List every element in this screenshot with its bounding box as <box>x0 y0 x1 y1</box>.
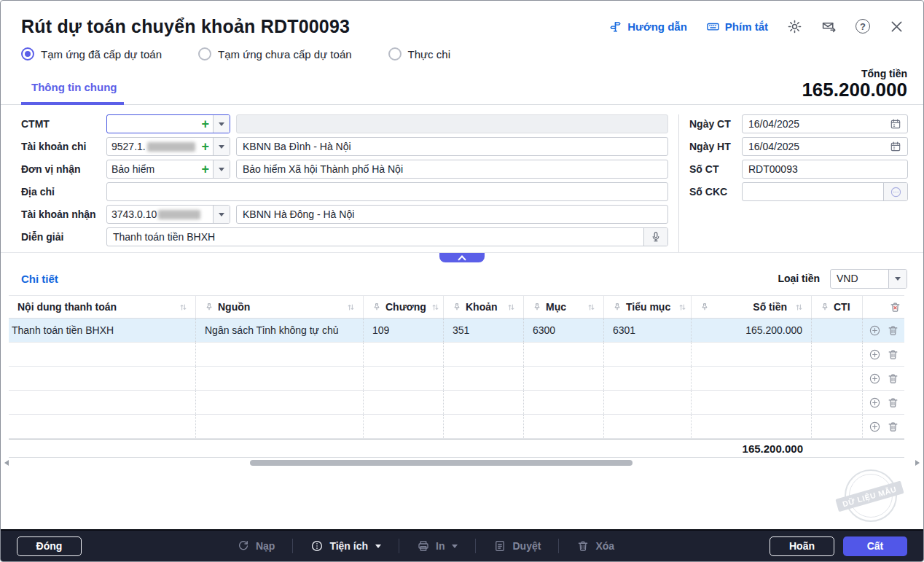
table-row-empty[interactable] <box>9 343 904 367</box>
cell-nguon[interactable] <box>196 391 364 414</box>
cell-nguon[interactable] <box>196 367 364 390</box>
pin-icon[interactable] <box>372 303 381 311</box>
ctmt-dropdown-button[interactable] <box>213 115 230 133</box>
collapse-form-button[interactable] <box>439 253 485 262</box>
tab-thong-tin-chung[interactable]: Thông tin chung <box>21 81 124 105</box>
horizontal-scrollbar[interactable] <box>2 458 922 468</box>
currency-dropdown-button[interactable] <box>888 270 907 288</box>
radio-tam-ung-chua-cap[interactable]: Tạm ứng chưa cấp dự toán <box>198 47 352 61</box>
settings-button[interactable] <box>787 19 802 34</box>
print-button[interactable]: In <box>417 539 458 553</box>
cell-so-tien[interactable] <box>692 367 812 390</box>
cell-noi-dung[interactable] <box>9 415 196 438</box>
cell-so-tien[interactable] <box>692 415 812 438</box>
add-row-button[interactable] <box>869 397 881 409</box>
dien-giai-field[interactable]: Thanh toán tiền BHXH <box>106 227 668 246</box>
cell-nguon[interactable]: Ngân sách Tỉnh không tự chủ <box>196 319 364 342</box>
tai-khoan-chi-desc-field[interactable]: KBNN Ba Đình - Hà Nội <box>236 137 668 156</box>
cell-ctmt[interactable] <box>812 319 863 342</box>
don-vi-nhan-combo[interactable]: Bảo hiểm + <box>106 160 230 179</box>
tai-khoan-chi-value[interactable]: 9527.1. <box>107 138 200 155</box>
cell-tieu-muc[interactable] <box>604 415 692 438</box>
pin-icon[interactable] <box>205 303 214 311</box>
col-header-noi-dung[interactable]: Nội dung thanh toán <box>9 296 196 318</box>
cell-noi-dung[interactable] <box>9 367 196 390</box>
delete-row-button[interactable] <box>887 324 899 337</box>
col-header-khoan[interactable]: Khoản <box>444 296 524 318</box>
tai-khoan-chi-dropdown-button[interactable] <box>213 138 230 155</box>
approve-button[interactable]: Duyệt <box>493 539 541 553</box>
guide-link[interactable]: Hướng dẫn <box>608 20 687 34</box>
cell-noi-dung[interactable] <box>9 343 196 366</box>
so-ct-field[interactable]: RDT00093 <box>742 160 908 179</box>
sort-icon[interactable] <box>678 303 687 312</box>
close-button[interactable] <box>889 19 904 34</box>
don-vi-nhan-desc-field[interactable]: Bảo hiểm Xã hội Thành phố Hà Nội <box>236 160 668 179</box>
ctmt-value[interactable] <box>107 115 200 133</box>
cell-chuong[interactable] <box>364 391 444 414</box>
cell-ctmt[interactable] <box>812 415 863 438</box>
col-header-so-tien[interactable]: Số tiền <box>692 296 812 318</box>
scroll-right-arrow[interactable] <box>915 460 920 466</box>
ngay-ct-field[interactable]: 16/04/2025 <box>742 114 908 133</box>
delete-row-button[interactable] <box>887 372 899 385</box>
cell-so-tien[interactable]: 165.200.000 <box>692 319 812 342</box>
cell-khoan[interactable]: 351 <box>444 319 524 342</box>
pin-icon[interactable] <box>533 303 541 311</box>
col-header-tieu-muc[interactable]: Tiểu mục <box>604 296 692 318</box>
pin-icon[interactable] <box>821 303 829 311</box>
delete-button[interactable]: Xóa <box>576 539 614 553</box>
tai-khoan-nhan-value[interactable]: 3743.0.10 <box>107 206 213 223</box>
delete-row-button[interactable] <box>887 397 899 409</box>
tai-khoan-nhan-combo[interactable]: 3743.0.10 <box>106 205 230 224</box>
save-button[interactable]: Cất <box>843 536 907 556</box>
cell-chuong[interactable]: 109 <box>364 319 444 342</box>
dia-chi-field[interactable] <box>106 182 668 201</box>
cell-khoan[interactable] <box>444 391 524 414</box>
sort-icon[interactable] <box>179 303 188 312</box>
delete-row-button[interactable] <box>887 348 899 361</box>
don-vi-nhan-dropdown-button[interactable] <box>213 160 230 178</box>
radio-tam-ung-da-cap[interactable]: Tạm ứng đã cấp dự toán <box>21 47 162 61</box>
scrollbar-thumb[interactable] <box>250 460 633 466</box>
cell-muc[interactable] <box>524 415 604 438</box>
delete-row-button[interactable] <box>887 421 899 433</box>
cell-tieu-muc[interactable] <box>604 367 692 390</box>
cell-so-tien[interactable] <box>692 343 812 366</box>
cell-khoan[interactable] <box>444 367 524 390</box>
send-mail-button[interactable] <box>821 19 837 34</box>
pin-icon[interactable] <box>700 303 709 311</box>
calendar-picker-button[interactable] <box>890 141 901 152</box>
cell-nguon[interactable] <box>196 415 364 438</box>
shortcuts-link[interactable]: Phím tắt <box>706 20 768 34</box>
radio-thuc-chi[interactable]: Thực chi <box>388 47 450 61</box>
cell-muc[interactable] <box>524 391 604 414</box>
add-row-button[interactable] <box>869 324 881 337</box>
so-ckc-lookup-button[interactable] <box>883 183 907 200</box>
cell-noi-dung[interactable] <box>9 391 196 414</box>
sort-icon[interactable] <box>587 303 596 312</box>
sort-icon[interactable] <box>506 303 516 312</box>
close-dialog-button[interactable]: Đóng <box>17 536 82 556</box>
scroll-left-arrow[interactable] <box>4 460 9 466</box>
cell-so-tien[interactable] <box>692 391 812 414</box>
cell-muc[interactable] <box>524 343 604 366</box>
add-icon[interactable]: + <box>200 138 213 155</box>
cell-tieu-muc[interactable] <box>604 391 692 414</box>
add-row-button[interactable] <box>869 421 881 433</box>
cell-khoan[interactable] <box>444 343 524 366</box>
cell-chuong[interactable] <box>364 367 444 390</box>
cell-khoan[interactable] <box>444 415 524 438</box>
table-row[interactable]: Thanh toán tiền BHXH Ngân sách Tỉnh khôn… <box>9 319 904 343</box>
cell-ctmt[interactable] <box>812 343 863 366</box>
don-vi-nhan-value[interactable]: Bảo hiểm <box>107 160 200 178</box>
cell-chuong[interactable] <box>364 415 444 438</box>
cell-muc[interactable]: 6300 <box>524 319 604 342</box>
table-row-empty[interactable] <box>9 391 904 415</box>
pin-icon[interactable] <box>453 303 461 311</box>
cell-ctmt[interactable] <box>812 367 863 390</box>
sort-icon[interactable] <box>431 303 440 312</box>
tai-khoan-nhan-desc-field[interactable]: KBNN Hà Đông - Hà Nội <box>236 205 668 224</box>
sort-icon[interactable] <box>794 303 804 312</box>
ngay-ht-field[interactable]: 16/04/2025 <box>742 137 908 156</box>
